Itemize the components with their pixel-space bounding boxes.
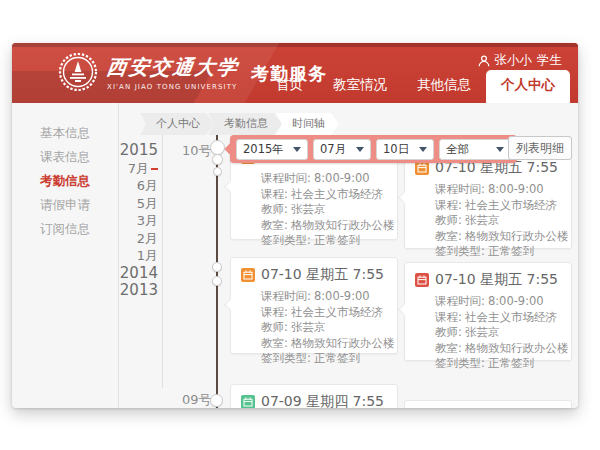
- timeline-node: [213, 167, 222, 176]
- user-role: 学生: [537, 52, 562, 69]
- calendar-icon: [415, 161, 429, 175]
- user-account[interactable]: 张小小 学生: [478, 52, 563, 69]
- attendance-card-partial: [404, 400, 572, 408]
- app-window: 西安交通大学 XI'AN JIAO TONG UNIVERSITY 考勤服务 张…: [12, 43, 578, 408]
- timeline-rail: 2015 7月 6月 5月 3月 2月 1月 2014 2013: [52, 142, 158, 300]
- rail-divider: [162, 135, 163, 388]
- breadcrumb: 个人中心 考勤信息 时间轴: [140, 113, 339, 135]
- rail-month-january[interactable]: 1月: [52, 247, 158, 265]
- month-select[interactable]: 07月: [313, 139, 371, 160]
- attendance-card: 07-10 星期五 7:55 课程时间:8:00-9:00 课程:社会主义市场经…: [404, 150, 572, 249]
- user-name: 张小小: [495, 52, 533, 69]
- timeline-node: [210, 394, 223, 407]
- scope-select[interactable]: 全部: [439, 139, 511, 160]
- list-detail-button[interactable]: 列表明细: [508, 136, 572, 160]
- university-name-en: XI'AN JIAO TONG UNIVERSITY: [107, 83, 239, 91]
- attendance-card: 07-10 星期五 7:55 课程时间:8:00-9:00 课程:社会主义市场经…: [230, 257, 398, 354]
- app-header: 西安交通大学 XI'AN JIAO TONG UNIVERSITY 考勤服务 张…: [12, 43, 578, 103]
- chevron-down-icon: [356, 147, 364, 152]
- timeline-node: [212, 276, 222, 286]
- main-nav: 首页 教室情况 其他信息 个人中心: [261, 70, 570, 103]
- attendance-card: 07-10 星期五 7:55 课程时间:8:00-9:00 课程:社会主义市场经…: [404, 262, 572, 361]
- person-icon: [478, 55, 490, 67]
- card-date: 07-09 星期四 7:55: [261, 393, 384, 408]
- rail-month-may[interactable]: 5月: [52, 195, 158, 213]
- attendance-card: 07-09 星期四 7:55: [230, 384, 398, 408]
- year-select[interactable]: 2015年: [236, 139, 308, 160]
- timeline-day-09: 09号: [182, 391, 212, 408]
- rail-year-2014[interactable]: 2014: [52, 265, 158, 283]
- timeline-node: [210, 140, 225, 155]
- rail-month-march[interactable]: 3月: [52, 212, 158, 230]
- card-date: 07-10 星期五 7:55: [261, 266, 384, 284]
- calendar-icon: [241, 395, 255, 408]
- timeline-day-10: 10号: [182, 142, 212, 160]
- rail-year-2013[interactable]: 2013: [52, 282, 158, 300]
- chevron-down-icon: [419, 147, 427, 152]
- card-date: 07-10 星期五 7:55: [435, 271, 558, 289]
- calendar-icon: [241, 268, 255, 282]
- breadcrumb-timeline[interactable]: 时间轴: [276, 113, 339, 135]
- rail-month-february[interactable]: 2月: [52, 230, 158, 248]
- chevron-down-icon: [496, 147, 504, 152]
- rail-year-2015[interactable]: 2015: [52, 142, 158, 160]
- calendar-icon: [415, 273, 429, 287]
- timeline-node: [212, 154, 223, 165]
- chevron-down-icon: [293, 147, 301, 152]
- day-select[interactable]: 10日: [376, 139, 434, 160]
- university-name-cn: 西安交通大学: [105, 54, 241, 81]
- timeline-node: [212, 262, 222, 272]
- breadcrumb-personal-center[interactable]: 个人中心: [140, 113, 214, 135]
- nav-home[interactable]: 首页: [261, 70, 318, 103]
- university-logo-icon: [58, 52, 98, 92]
- nav-personal-center[interactable]: 个人中心: [486, 70, 570, 103]
- filter-bar: 2015年 07月 10日 全部: [230, 135, 517, 163]
- nav-other-info[interactable]: 其他信息: [402, 70, 486, 103]
- nav-classrooms[interactable]: 教室情况: [318, 70, 402, 103]
- breadcrumb-attendance-info[interactable]: 考勤信息: [208, 113, 282, 135]
- rail-month-july[interactable]: 7月: [52, 160, 158, 178]
- rail-month-june[interactable]: 6月: [52, 177, 158, 195]
